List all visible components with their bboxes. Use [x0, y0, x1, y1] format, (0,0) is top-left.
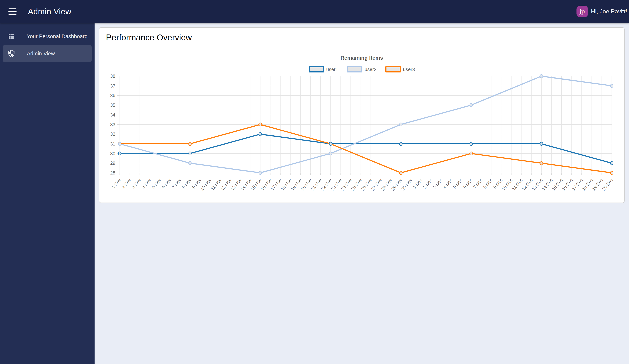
svg-text:3 Dec: 3 Dec	[432, 178, 443, 190]
svg-text:28 Nov: 28 Nov	[380, 178, 393, 192]
svg-text:21 Nov: 21 Nov	[310, 178, 323, 192]
svg-text:5 Dec: 5 Dec	[452, 178, 463, 190]
svg-text:14 Nov: 14 Nov	[240, 178, 252, 192]
card-title: Performance Overview	[106, 32, 192, 42]
svg-text:15 Nov: 15 Nov	[250, 178, 263, 192]
main-content: Performance Overview Remaining Items use…	[95, 23, 629, 364]
svg-text:12 Dec: 12 Dec	[521, 178, 534, 192]
svg-text:7 Dec: 7 Dec	[472, 178, 483, 190]
svg-text:30: 30	[110, 151, 115, 156]
svg-text:9 Dec: 9 Dec	[492, 178, 503, 190]
legend-label: user1	[326, 67, 338, 72]
sidebar-item-label: Your Personal Dashboard	[27, 33, 88, 39]
svg-text:28: 28	[110, 170, 115, 175]
svg-text:13 Nov: 13 Nov	[230, 178, 243, 192]
svg-text:32: 32	[110, 131, 115, 137]
svg-text:6 Dec: 6 Dec	[462, 178, 473, 190]
shield-icon	[8, 50, 15, 58]
line-chart: 28293031323334353637381 Nov2 Nov3 Nov4 N…	[99, 28, 625, 203]
svg-text:24 Nov: 24 Nov	[340, 178, 353, 192]
svg-text:7 Nov: 7 Nov	[171, 178, 182, 190]
chart-title: Remaining Items	[99, 55, 624, 61]
svg-text:29: 29	[110, 160, 115, 166]
svg-text:5 Nov: 5 Nov	[151, 178, 162, 190]
svg-text:11 Nov: 11 Nov	[210, 178, 222, 191]
svg-text:13 Dec: 13 Dec	[531, 178, 544, 192]
svg-text:27 Nov: 27 Nov	[370, 178, 383, 192]
legend-swatch	[347, 66, 362, 72]
svg-text:33: 33	[110, 122, 115, 127]
svg-text:16 Nov: 16 Nov	[260, 178, 273, 192]
svg-text:12 Nov: 12 Nov	[220, 178, 232, 192]
svg-text:22 Nov: 22 Nov	[320, 178, 333, 192]
svg-text:14 Dec: 14 Dec	[541, 178, 554, 192]
svg-text:37: 37	[110, 83, 115, 88]
svg-text:1 Nov: 1 Nov	[111, 178, 122, 190]
svg-text:2 Nov: 2 Nov	[121, 178, 132, 190]
svg-text:6 Nov: 6 Nov	[161, 178, 172, 190]
avatar-initials: jp	[580, 8, 585, 15]
legend-item-user3[interactable]: user3	[385, 66, 415, 72]
legend-item-user2[interactable]: user2	[347, 66, 377, 72]
svg-text:4 Dec: 4 Dec	[442, 178, 453, 190]
performance-card: Performance Overview Remaining Items use…	[99, 27, 625, 203]
sidebar-item-personal-dashboard[interactable]: Your Personal Dashboard	[3, 28, 92, 45]
svg-text:2 Dec: 2 Dec	[422, 178, 433, 190]
sidebar-item-label: Admin View	[27, 51, 55, 57]
svg-text:8 Dec: 8 Dec	[482, 178, 493, 190]
svg-text:38: 38	[110, 74, 115, 79]
svg-text:8 Nov: 8 Nov	[181, 178, 192, 190]
svg-text:29 Nov: 29 Nov	[390, 178, 403, 192]
legend-label: user2	[365, 67, 377, 72]
svg-text:10 Nov: 10 Nov	[200, 178, 212, 192]
svg-text:31: 31	[110, 141, 115, 146]
legend-label: user3	[403, 67, 415, 72]
svg-text:10 Dec: 10 Dec	[501, 178, 513, 192]
svg-text:25 Nov: 25 Nov	[350, 178, 363, 192]
dashboard-grid-icon	[8, 32, 15, 40]
topbar: Admin View jp Hi, Joe Pavitt!	[0, 0, 629, 23]
chart-legend: user1user2user3	[99, 66, 624, 72]
sidebar-item-admin-view[interactable]: Admin View	[3, 45, 92, 62]
svg-text:11 Dec: 11 Dec	[511, 178, 523, 191]
svg-text:18 Nov: 18 Nov	[280, 178, 293, 192]
svg-text:17 Dec: 17 Dec	[571, 178, 584, 192]
svg-text:15 Dec: 15 Dec	[551, 178, 564, 192]
svg-text:17 Nov: 17 Nov	[270, 178, 283, 192]
sidebar: Your Personal Dashboard Admin View	[0, 23, 95, 364]
svg-text:1 Dec: 1 Dec	[412, 178, 423, 190]
page-title: Admin View	[28, 7, 71, 16]
svg-text:16 Dec: 16 Dec	[561, 178, 574, 192]
svg-text:20 Nov: 20 Nov	[300, 178, 313, 192]
legend-swatch	[385, 66, 401, 72]
svg-text:35: 35	[110, 103, 115, 108]
user-greeting: Hi, Joe Pavitt!	[591, 8, 627, 15]
svg-text:26 Nov: 26 Nov	[360, 178, 373, 192]
svg-text:18 Dec: 18 Dec	[581, 178, 594, 192]
svg-text:19 Dec: 19 Dec	[591, 178, 604, 192]
svg-text:3 Nov: 3 Nov	[131, 178, 142, 190]
svg-text:19 Nov: 19 Nov	[290, 178, 303, 192]
svg-text:34: 34	[110, 112, 115, 118]
svg-text:4 Nov: 4 Nov	[141, 178, 152, 190]
svg-text:9 Nov: 9 Nov	[191, 178, 202, 190]
svg-text:20 Dec: 20 Dec	[601, 178, 614, 192]
svg-text:30 Nov: 30 Nov	[400, 178, 413, 192]
menu-icon[interactable]	[8, 8, 16, 15]
svg-text:36: 36	[110, 93, 115, 98]
legend-swatch	[309, 66, 324, 72]
svg-text:23 Nov: 23 Nov	[330, 178, 343, 192]
avatar[interactable]: jp	[577, 6, 588, 17]
legend-item-user1[interactable]: user1	[309, 66, 338, 72]
